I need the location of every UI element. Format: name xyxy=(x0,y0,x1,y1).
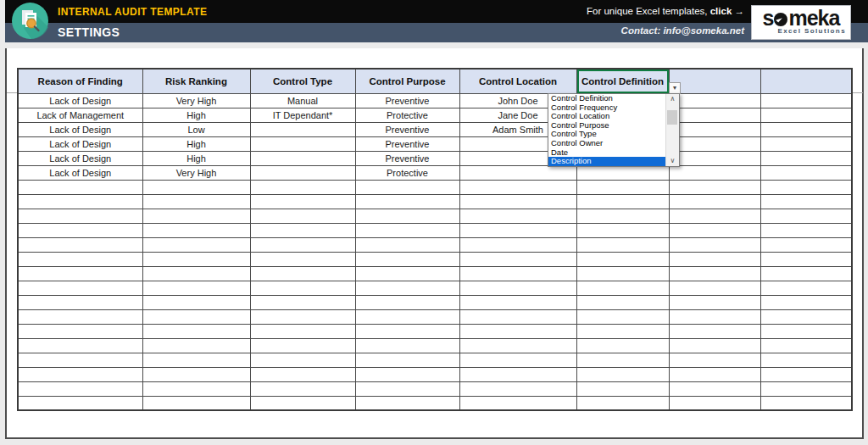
table-cell[interactable] xyxy=(760,194,852,209)
table-cell[interactable]: Lack of Design xyxy=(18,136,142,151)
table-cell[interactable] xyxy=(576,295,669,309)
table-cell[interactable] xyxy=(142,281,250,295)
table-cell[interactable] xyxy=(459,237,576,252)
table-cell[interactable] xyxy=(459,180,576,194)
table-cell[interactable] xyxy=(760,381,852,396)
table-cell[interactable]: Preventive xyxy=(355,136,459,151)
table-cell[interactable] xyxy=(669,252,760,266)
scrollbar-thumb[interactable] xyxy=(667,110,677,125)
table-cell[interactable] xyxy=(142,295,250,309)
table-cell[interactable] xyxy=(669,180,760,194)
table-cell[interactable] xyxy=(355,194,459,209)
column-header-control-definition[interactable]: Control Definition xyxy=(576,69,669,93)
table-cell[interactable] xyxy=(459,281,576,295)
table-cell[interactable] xyxy=(142,266,250,281)
table-cell[interactable] xyxy=(669,396,760,410)
table-cell[interactable] xyxy=(576,338,669,353)
column-header-risk-ranking[interactable]: Risk Ranking xyxy=(142,69,250,93)
table-cell[interactable] xyxy=(760,93,852,108)
table-cell[interactable] xyxy=(18,209,142,223)
dropdown-item[interactable]: Control Purpose xyxy=(548,121,665,131)
scroll-up-icon[interactable]: ∧ xyxy=(666,94,679,104)
table-cell[interactable]: Lack of Design xyxy=(18,122,142,136)
table-cell[interactable] xyxy=(576,194,669,209)
table-cell[interactable] xyxy=(669,209,760,223)
table-cell[interactable]: High xyxy=(142,108,250,122)
contact-email-link[interactable]: Contact: info@someka.net xyxy=(621,25,744,36)
table-cell[interactable] xyxy=(760,295,852,309)
promo-link[interactable]: For unique Excel templates, click → xyxy=(587,6,744,16)
table-cell[interactable] xyxy=(355,295,459,309)
table-cell[interactable] xyxy=(760,338,852,353)
table-cell[interactable] xyxy=(459,353,576,367)
table-cell[interactable]: High xyxy=(142,151,250,165)
table-cell[interactable] xyxy=(250,223,355,237)
table-cell[interactable] xyxy=(355,237,459,252)
table-cell[interactable] xyxy=(250,136,355,151)
table-cell[interactable] xyxy=(18,309,142,324)
table-cell[interactable] xyxy=(576,309,669,324)
table-cell[interactable] xyxy=(355,209,459,223)
table-cell[interactable] xyxy=(250,338,355,353)
table-cell[interactable] xyxy=(355,281,459,295)
table-cell[interactable]: Manual xyxy=(250,93,355,108)
table-cell[interactable] xyxy=(576,209,669,223)
table-cell[interactable] xyxy=(459,309,576,324)
table-cell[interactable] xyxy=(669,108,760,122)
table-cell[interactable]: IT Dependant* xyxy=(250,108,355,122)
table-cell[interactable]: Protective xyxy=(355,108,459,122)
table-cell[interactable] xyxy=(142,367,250,381)
table-cell[interactable] xyxy=(669,237,760,252)
table-cell[interactable] xyxy=(669,93,760,108)
table-cell[interactable] xyxy=(18,396,142,410)
table-cell[interactable] xyxy=(576,223,669,237)
table-cell[interactable]: Very High xyxy=(142,165,250,180)
table-cell[interactable] xyxy=(355,324,459,338)
table-cell[interactable] xyxy=(355,309,459,324)
column-header-empty[interactable] xyxy=(760,69,852,93)
table-cell[interactable] xyxy=(576,165,669,180)
table-cell[interactable]: Preventive xyxy=(355,122,459,136)
column-header-reason-of-finding[interactable]: Reason of Finding xyxy=(18,69,142,93)
table-cell[interactable] xyxy=(669,324,760,338)
table-cell[interactable] xyxy=(459,252,576,266)
table-cell[interactable] xyxy=(760,151,852,165)
table-cell[interactable] xyxy=(760,281,852,295)
table-cell[interactable] xyxy=(760,237,852,252)
table-cell[interactable] xyxy=(760,324,852,338)
dropdown-item[interactable]: Control Owner xyxy=(548,139,665,148)
table-cell[interactable] xyxy=(18,266,142,281)
table-cell[interactable] xyxy=(760,367,852,381)
table-cell[interactable] xyxy=(142,324,250,338)
table-cell[interactable] xyxy=(142,353,250,367)
dropdown-item[interactable]: Date xyxy=(548,148,665,158)
table-cell[interactable] xyxy=(142,396,250,410)
table-cell[interactable]: Preventive xyxy=(355,93,459,108)
table-cell[interactable]: Lack of Management xyxy=(18,108,142,122)
table-cell[interactable]: Very High xyxy=(142,93,250,108)
table-cell[interactable]: Protective xyxy=(355,165,459,180)
table-cell[interactable] xyxy=(250,237,355,252)
column-header-control-type[interactable]: Control Type xyxy=(250,69,355,93)
table-cell[interactable] xyxy=(250,194,355,209)
table-cell[interactable] xyxy=(576,281,669,295)
table-cell[interactable] xyxy=(576,367,669,381)
table-cell[interactable] xyxy=(142,209,250,223)
table-cell[interactable] xyxy=(18,194,142,209)
dropdown-arrow-button[interactable]: ▾ xyxy=(669,82,681,94)
table-cell[interactable] xyxy=(250,165,355,180)
table-cell[interactable] xyxy=(250,309,355,324)
table-cell[interactable] xyxy=(459,165,576,180)
table-cell[interactable] xyxy=(669,295,760,309)
table-cell[interactable] xyxy=(18,367,142,381)
dropdown-item[interactable]: Control Type xyxy=(548,130,665,139)
table-cell[interactable] xyxy=(760,122,852,136)
table-cell[interactable] xyxy=(669,136,760,151)
table-cell[interactable] xyxy=(142,338,250,353)
table-cell[interactable] xyxy=(669,223,760,237)
table-cell[interactable]: Preventive xyxy=(355,151,459,165)
table-cell[interactable] xyxy=(459,396,576,410)
table-cell[interactable] xyxy=(355,338,459,353)
table-cell[interactable] xyxy=(459,209,576,223)
table-cell[interactable] xyxy=(355,180,459,194)
